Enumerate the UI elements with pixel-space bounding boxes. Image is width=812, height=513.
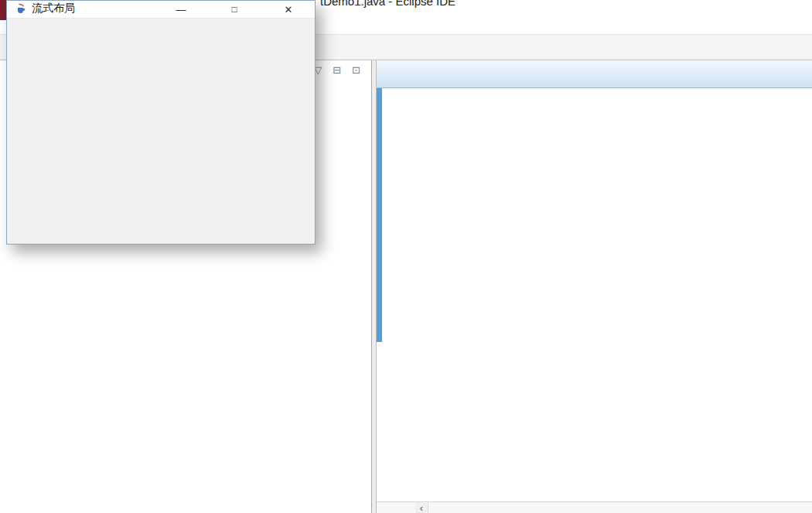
java-coffee-icon [15,3,26,14]
explorer-view-toolbar: ▽ ⊟ ⊡ [314,64,360,76]
screen: tDemo1.java - Eclipse IDE ▽ ⊟ ⊡ ‹ [0,0,812,513]
horizontal-scrollbar[interactable]: ‹ [377,501,812,513]
maximize-view-icon[interactable]: ⊡ [352,64,360,76]
swing-window-title: 流式布局 [32,2,75,15]
swing-titlebar[interactable]: 流式布局 — □ ✕ [7,1,315,19]
code-editor[interactable] [377,88,812,501]
swing-content [7,19,315,244]
window-title: tDemo1.java - Eclipse IDE [320,0,455,8]
swing-window[interactable]: 流式布局 — □ ✕ [6,0,316,245]
change-ruler [377,88,382,342]
minimize-view-icon[interactable]: ⊟ [333,64,341,76]
editor-area: ‹ [377,60,812,513]
scroll-left-button[interactable]: ‹ [415,502,428,513]
close-button[interactable]: ✕ [271,1,305,18]
editor-tabstrip [377,60,812,88]
minimize-button[interactable]: — [164,1,198,18]
maximize-button[interactable]: □ [217,1,251,18]
